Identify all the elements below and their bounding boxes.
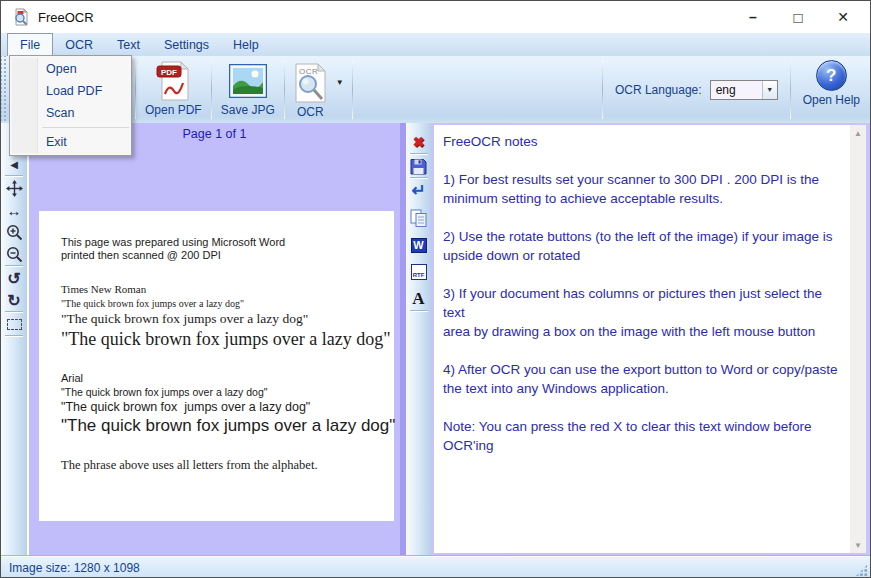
- rotate-ccw-icon[interactable]: ↺: [3, 267, 25, 289]
- help-icon: ?: [816, 60, 847, 91]
- file-menu-popup: Open Load PDF Scan Exit: [9, 55, 132, 156]
- ocr-language-label: OCR Language:: [615, 83, 702, 97]
- maximize-button[interactable]: □: [783, 4, 813, 30]
- save-text-icon[interactable]: [408, 155, 430, 177]
- svg-text:OCR: OCR: [299, 67, 318, 76]
- menu-file[interactable]: File: [7, 33, 53, 56]
- menu-settings[interactable]: Settings: [152, 33, 221, 56]
- text-scrollbar[interactable]: ▲ ▼: [850, 125, 866, 553]
- open-pdf-button[interactable]: PDF Open PDF: [138, 56, 209, 123]
- file-menu-scan[interactable]: Scan: [10, 102, 131, 124]
- doc-line: Arial: [61, 372, 394, 384]
- save-jpg-label: Save JPG: [221, 103, 275, 117]
- scanned-document: This page was prepared using Microsoft W…: [39, 211, 394, 521]
- doc-line: "The quick brown fox jumps over a lazy d…: [61, 416, 394, 436]
- window-controls: – □ ✕: [738, 1, 870, 33]
- ocr-label: OCR: [297, 105, 324, 119]
- ocr-scan-icon: OCR: [294, 63, 327, 103]
- picture-icon: [229, 64, 267, 98]
- doc-line: "The quick brown fox jumps over a lazy d…: [61, 329, 394, 350]
- pan-move-icon[interactable]: [3, 177, 25, 199]
- toolbar-gripper: [1, 56, 8, 123]
- select-area-icon[interactable]: [3, 313, 25, 335]
- toolbar-separator: [790, 60, 791, 119]
- doc-line: "The quick brown fox jumps over a lazy d…: [61, 386, 394, 398]
- toolbar-separator: [135, 60, 136, 119]
- doc-line: "The quick brown fox jumps over a lazy d…: [61, 298, 394, 309]
- minimize-button[interactable]: –: [738, 4, 768, 30]
- resize-grip[interactable]: [855, 564, 868, 577]
- insert-text-icon[interactable]: ↵: [408, 179, 430, 201]
- main-area: ◀ ↔: [1, 123, 870, 556]
- file-menu-open[interactable]: Open: [10, 58, 131, 80]
- image-size-status: Image size: 1280 x 1098: [9, 561, 140, 575]
- title-bar: FreeOCR – □ ✕: [1, 1, 870, 33]
- export-rtf-icon[interactable]: RTF: [408, 261, 430, 283]
- ocr-text-content[interactable]: FreeOCR notes 1) For best results set yo…: [434, 125, 850, 553]
- app-window: FreeOCR – □ ✕ File OCR Text Settings Hel…: [0, 0, 871, 578]
- toolbar-separator: [352, 60, 353, 119]
- doc-line: "The quick brown fox jumps over a lazy d…: [61, 400, 394, 414]
- text-tool-strip: ✖ ↵ W: [406, 123, 431, 556]
- ocr-language-select[interactable]: eng ▼: [710, 80, 778, 100]
- toolbar-separator: [284, 60, 285, 119]
- export-word-icon[interactable]: W: [408, 234, 430, 256]
- fit-width-icon[interactable]: ↔: [3, 199, 25, 221]
- menu-separator: [42, 127, 129, 128]
- scroll-up-icon[interactable]: ▲: [850, 125, 866, 141]
- ocr-text-panel: FreeOCR notes 1) For best results set yo…: [431, 123, 871, 556]
- font-icon[interactable]: A: [408, 288, 430, 310]
- collapse-panel-icon[interactable]: ◀: [3, 153, 25, 175]
- scroll-down-icon[interactable]: ▼: [850, 537, 866, 553]
- menu-help[interactable]: Help: [221, 33, 271, 56]
- status-bar: Image size: 1280 x 1098: [1, 556, 870, 578]
- rotate-cw-icon[interactable]: ↻: [3, 289, 25, 311]
- file-menu-exit[interactable]: Exit: [10, 131, 131, 153]
- ocr-button-group: OCR OCR ▼: [287, 56, 350, 123]
- ocr-language-value: eng: [711, 83, 762, 97]
- open-pdf-label: Open PDF: [145, 103, 202, 117]
- svg-text:PDF: PDF: [161, 68, 177, 77]
- open-help-label: Open Help: [803, 93, 860, 107]
- zoom-in-icon[interactable]: [3, 221, 25, 243]
- menu-bar: File OCR Text Settings Help: [1, 33, 870, 56]
- pdf-file-icon: PDF: [155, 61, 191, 101]
- close-button[interactable]: ✕: [828, 4, 858, 30]
- zoom-out-icon[interactable]: [3, 243, 25, 265]
- app-logo-icon: [12, 8, 30, 26]
- toolbar-separator: [211, 60, 212, 119]
- copy-text-icon[interactable]: [408, 207, 430, 229]
- doc-line: "The quick brown fox jumps over a lazy d…: [61, 311, 394, 327]
- menu-ocr[interactable]: OCR: [53, 33, 105, 56]
- clear-text-icon[interactable]: ✖: [408, 131, 430, 153]
- ocr-button[interactable]: OCR OCR: [287, 58, 334, 121]
- toolbar-separator: [602, 60, 603, 119]
- ocr-dropdown-arrow[interactable]: ▼: [336, 78, 344, 87]
- save-jpg-button[interactable]: Save JPG: [214, 56, 282, 123]
- window-title: FreeOCR: [38, 10, 94, 25]
- doc-line: This page was prepared using Microsoft W…: [61, 236, 394, 249]
- doc-line: Times New Roman: [61, 283, 394, 295]
- combo-dropdown-icon[interactable]: ▼: [762, 81, 777, 99]
- open-help-button[interactable]: ? Open Help: [793, 56, 870, 123]
- ocr-language-group: OCR Language: eng ▼: [605, 56, 788, 123]
- doc-line: The phrase above uses all letters from t…: [61, 458, 394, 473]
- file-menu-load-pdf[interactable]: Load PDF: [10, 80, 131, 102]
- menu-text[interactable]: Text: [105, 33, 152, 56]
- image-pane[interactable]: Page 1 of 1 This page was prepared using…: [27, 123, 400, 556]
- image-tool-strip: ◀ ↔: [1, 123, 27, 556]
- doc-line: printed then scanned @ 200 DPI: [61, 249, 394, 262]
